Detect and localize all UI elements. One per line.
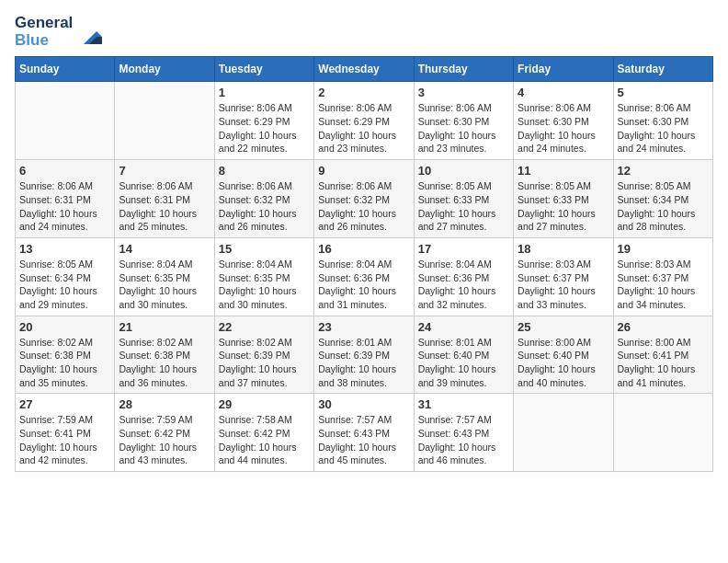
day-detail: Sunrise: 8:04 AMSunset: 6:35 PMDaylight:… xyxy=(119,258,210,312)
day-number: 22 xyxy=(219,320,310,334)
day-detail: Sunrise: 8:06 AMSunset: 6:31 PMDaylight:… xyxy=(19,179,110,234)
calendar-cell: 6Sunrise: 8:06 AMSunset: 6:31 PMDaylight… xyxy=(16,160,115,238)
calendar-cell: 10Sunrise: 8:05 AMSunset: 6:33 PMDayligh… xyxy=(414,160,513,238)
day-detail: Sunrise: 8:06 AMSunset: 6:30 PMDaylight:… xyxy=(518,101,609,155)
calendar-week-1: 1Sunrise: 8:06 AMSunset: 6:29 PMDaylight… xyxy=(16,82,713,160)
day-detail: Sunrise: 8:03 AMSunset: 6:37 PMDaylight:… xyxy=(618,258,709,312)
day-detail: Sunrise: 8:05 AMSunset: 6:33 PMDaylight:… xyxy=(418,179,509,234)
day-number: 1 xyxy=(219,86,310,99)
calendar-cell: 17Sunrise: 8:04 AMSunset: 6:36 PMDayligh… xyxy=(414,237,513,316)
calendar-week-2: 6Sunrise: 8:06 AMSunset: 6:31 PMDaylight… xyxy=(16,160,713,238)
day-detail: Sunrise: 8:06 AMSunset: 6:32 PMDaylight:… xyxy=(318,179,409,234)
day-number: 31 xyxy=(418,397,509,411)
day-detail: Sunrise: 8:06 AMSunset: 6:30 PMDaylight:… xyxy=(418,101,509,155)
calendar-cell: 29Sunrise: 7:58 AMSunset: 6:42 PMDayligh… xyxy=(214,394,313,472)
calendar-cell xyxy=(613,394,712,472)
calendar-cell xyxy=(115,82,214,160)
day-number: 26 xyxy=(618,320,709,334)
logo-line1: General xyxy=(15,15,73,32)
weekday-header-thursday: Thursday xyxy=(414,57,513,82)
calendar-cell: 2Sunrise: 8:06 AMSunset: 6:29 PMDaylight… xyxy=(314,82,414,160)
logo-line2: Blue xyxy=(15,32,73,50)
day-number: 23 xyxy=(318,320,409,334)
day-number: 10 xyxy=(418,164,509,178)
day-detail: Sunrise: 8:02 AMSunset: 6:38 PMDaylight:… xyxy=(119,336,210,390)
day-detail: Sunrise: 8:04 AMSunset: 6:36 PMDaylight:… xyxy=(418,258,509,312)
day-detail: Sunrise: 7:59 AMSunset: 6:42 PMDaylight:… xyxy=(119,413,210,467)
calendar-cell: 24Sunrise: 8:01 AMSunset: 6:40 PMDayligh… xyxy=(414,316,513,394)
day-detail: Sunrise: 8:06 AMSunset: 6:32 PMDaylight:… xyxy=(219,179,310,234)
calendar-cell: 1Sunrise: 8:06 AMSunset: 6:29 PMDaylight… xyxy=(214,82,313,160)
day-number: 9 xyxy=(318,164,409,178)
day-number: 2 xyxy=(318,86,409,99)
calendar-cell: 3Sunrise: 8:06 AMSunset: 6:30 PMDaylight… xyxy=(414,82,513,160)
day-number: 25 xyxy=(518,320,609,334)
calendar-cell: 31Sunrise: 7:57 AMSunset: 6:43 PMDayligh… xyxy=(414,394,513,472)
day-detail: Sunrise: 8:04 AMSunset: 6:35 PMDaylight:… xyxy=(219,258,310,312)
weekday-header-wednesday: Wednesday xyxy=(314,57,414,82)
calendar-cell: 25Sunrise: 8:00 AMSunset: 6:40 PMDayligh… xyxy=(514,316,613,394)
calendar-cell: 30Sunrise: 7:57 AMSunset: 6:43 PMDayligh… xyxy=(314,394,414,472)
day-number: 13 xyxy=(19,242,110,256)
calendar-cell: 23Sunrise: 8:01 AMSunset: 6:39 PMDayligh… xyxy=(314,316,414,394)
day-detail: Sunrise: 8:01 AMSunset: 6:39 PMDaylight:… xyxy=(318,336,409,390)
calendar-cell: 12Sunrise: 8:05 AMSunset: 6:34 PMDayligh… xyxy=(613,160,712,238)
calendar-cell: 22Sunrise: 8:02 AMSunset: 6:39 PMDayligh… xyxy=(214,316,313,394)
day-number: 18 xyxy=(518,242,609,256)
calendar-cell: 9Sunrise: 8:06 AMSunset: 6:32 PMDaylight… xyxy=(314,160,414,238)
day-detail: Sunrise: 8:01 AMSunset: 6:40 PMDaylight:… xyxy=(418,336,509,390)
calendar-cell: 18Sunrise: 8:03 AMSunset: 6:37 PMDayligh… xyxy=(514,237,613,316)
calendar-cell: 14Sunrise: 8:04 AMSunset: 6:35 PMDayligh… xyxy=(115,237,214,316)
day-number: 3 xyxy=(418,86,509,99)
day-detail: Sunrise: 8:00 AMSunset: 6:41 PMDaylight:… xyxy=(618,336,709,390)
weekday-header-monday: Monday xyxy=(115,57,214,82)
day-number: 6 xyxy=(19,164,110,178)
day-number: 4 xyxy=(518,86,609,99)
day-detail: Sunrise: 8:04 AMSunset: 6:36 PMDaylight:… xyxy=(318,258,409,312)
day-number: 19 xyxy=(618,242,709,256)
calendar-cell: 11Sunrise: 8:05 AMSunset: 6:33 PMDayligh… xyxy=(514,160,613,238)
calendar-cell xyxy=(514,394,613,472)
calendar-cell: 7Sunrise: 8:06 AMSunset: 6:31 PMDaylight… xyxy=(115,160,214,238)
calendar-cell: 13Sunrise: 8:05 AMSunset: 6:34 PMDayligh… xyxy=(16,237,115,316)
day-detail: Sunrise: 8:02 AMSunset: 6:38 PMDaylight:… xyxy=(19,336,110,390)
day-number: 28 xyxy=(119,397,210,411)
calendar-cell: 27Sunrise: 7:59 AMSunset: 6:41 PMDayligh… xyxy=(16,394,115,472)
day-detail: Sunrise: 8:05 AMSunset: 6:34 PMDaylight:… xyxy=(618,179,709,234)
calendar-cell: 4Sunrise: 8:06 AMSunset: 6:30 PMDaylight… xyxy=(514,82,613,160)
day-detail: Sunrise: 8:06 AMSunset: 6:30 PMDaylight:… xyxy=(618,101,709,155)
day-number: 15 xyxy=(219,242,310,256)
day-detail: Sunrise: 8:06 AMSunset: 6:31 PMDaylight:… xyxy=(119,179,210,234)
day-detail: Sunrise: 8:05 AMSunset: 6:33 PMDaylight:… xyxy=(518,179,609,234)
weekday-header-tuesday: Tuesday xyxy=(214,57,313,82)
day-number: 11 xyxy=(518,164,609,178)
day-number: 16 xyxy=(318,242,409,256)
day-number: 30 xyxy=(318,397,409,411)
day-number: 29 xyxy=(219,397,310,411)
weekday-header-saturday: Saturday xyxy=(613,57,712,82)
calendar-week-4: 20Sunrise: 8:02 AMSunset: 6:38 PMDayligh… xyxy=(16,316,713,394)
weekday-header-sunday: Sunday xyxy=(16,57,115,82)
day-number: 5 xyxy=(618,86,709,99)
calendar-cell: 26Sunrise: 8:00 AMSunset: 6:41 PMDayligh… xyxy=(613,316,712,394)
day-number: 21 xyxy=(119,320,210,334)
calendar-cell: 8Sunrise: 8:06 AMSunset: 6:32 PMDaylight… xyxy=(214,160,313,238)
calendar-cell xyxy=(16,82,115,160)
day-detail: Sunrise: 7:58 AMSunset: 6:42 PMDaylight:… xyxy=(219,413,310,467)
day-detail: Sunrise: 8:00 AMSunset: 6:40 PMDaylight:… xyxy=(518,336,609,390)
day-detail: Sunrise: 8:06 AMSunset: 6:29 PMDaylight:… xyxy=(219,101,310,155)
page-header: General Blue xyxy=(15,15,713,49)
logo: General Blue xyxy=(15,15,104,49)
weekday-header-friday: Friday xyxy=(514,57,613,82)
day-number: 27 xyxy=(19,397,110,411)
day-detail: Sunrise: 8:03 AMSunset: 6:37 PMDaylight:… xyxy=(518,258,609,312)
day-number: 14 xyxy=(119,242,210,256)
calendar-cell: 5Sunrise: 8:06 AMSunset: 6:30 PMDaylight… xyxy=(613,82,712,160)
calendar-week-5: 27Sunrise: 7:59 AMSunset: 6:41 PMDayligh… xyxy=(16,394,713,472)
calendar-table: SundayMondayTuesdayWednesdayThursdayFrid… xyxy=(15,56,713,472)
calendar-header-row: SundayMondayTuesdayWednesdayThursdayFrid… xyxy=(16,57,713,82)
calendar-cell: 20Sunrise: 8:02 AMSunset: 6:38 PMDayligh… xyxy=(16,316,115,394)
calendar-cell: 15Sunrise: 8:04 AMSunset: 6:35 PMDayligh… xyxy=(214,237,313,316)
calendar-cell: 28Sunrise: 7:59 AMSunset: 6:42 PMDayligh… xyxy=(115,394,214,472)
day-number: 20 xyxy=(19,320,110,334)
